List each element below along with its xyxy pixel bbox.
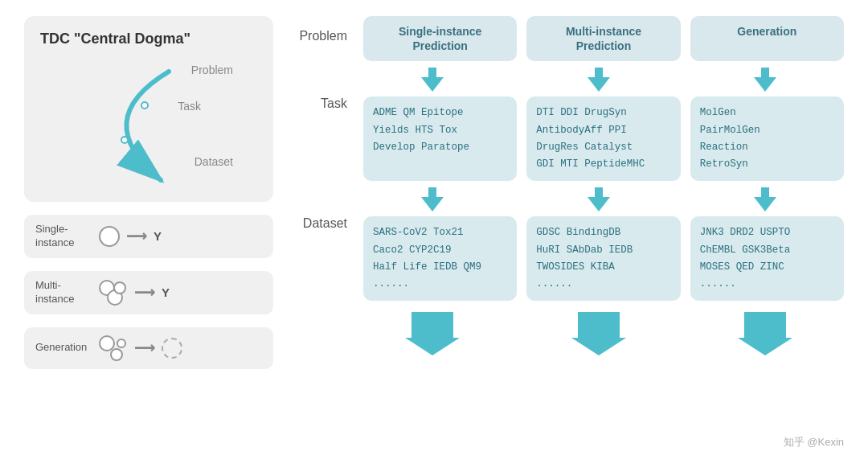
arrow-line-3 <box>761 68 769 77</box>
big-arrow-head-multi <box>571 338 626 355</box>
multi-circle-3 <box>113 281 126 294</box>
svg-point-1 <box>141 102 148 109</box>
big-arrow-single <box>354 312 510 355</box>
arrow-head-6 <box>754 197 776 211</box>
gen-circle-2 <box>110 348 123 361</box>
col-header-single: Single-instancePrediction <box>363 16 517 61</box>
arrow-line-5 <box>595 187 603 197</box>
task-text-single: ADME QM EpitopeYields HTS ToxDevelop Par… <box>373 105 507 156</box>
task-text-multi: DTI DDI DrugSynAntibodyAff PPIDrugRes Ca… <box>536 105 670 173</box>
big-arrow-body-generation <box>744 312 786 338</box>
arrow-head-4 <box>421 197 444 211</box>
dataset-cell-generation: JNK3 DRD2 USPTOChEMBL GSK3BetaMOSES QED … <box>690 216 844 301</box>
connector-arrow-6 <box>687 187 844 211</box>
dataset-cell-single: SARS-CoV2 Tox21Caco2 CYP2C19Half Life IE… <box>363 216 517 301</box>
arrow-wrap-1 <box>421 68 444 92</box>
header-cells: Single-instancePrediction Multi-instance… <box>363 16 844 61</box>
generation-diagram: ⟶ <box>99 335 262 361</box>
watermark: 知乎 @Kexin <box>784 435 844 450</box>
multi-instance-label: Multi-instance <box>35 279 88 306</box>
problem-row-label: Problem <box>299 29 347 43</box>
multi-arrow: ⟶ <box>134 284 155 302</box>
generation-arrow: ⟶ <box>134 339 155 357</box>
arrow-head-5 <box>588 197 610 211</box>
dogma-title: TDC "Central Dogma" <box>40 31 257 47</box>
big-arrow-body-single <box>411 312 453 338</box>
single-y-label: Y <box>154 229 162 243</box>
generation-row: Generation ⟶ <box>24 327 273 369</box>
single-instance-row: Single-instance ⟶ Y <box>24 215 273 258</box>
connector-arrow-1 <box>354 68 510 92</box>
arrow-wrap-4 <box>421 187 444 211</box>
connector-row-2 <box>297 187 844 211</box>
dataset-text-multi: GDSC BindingDBHuRI SAbDab IEDBTWOSIDES K… <box>536 224 670 293</box>
arrow-head-1 <box>421 77 444 92</box>
connector-row-1 <box>297 68 844 92</box>
svg-point-2 <box>121 137 128 143</box>
big-arrow-generation <box>687 312 844 355</box>
multi-instance-diagram: ⟶ Y <box>99 280 262 306</box>
big-arrow-multi <box>520 312 677 355</box>
arrow-wrap-2 <box>588 68 610 92</box>
arrow-head-2 <box>588 77 610 92</box>
big-arrow-head-generation <box>738 338 792 355</box>
task-text-generation: MolGenPairMolGenReactionRetroSyn <box>700 105 834 173</box>
dataset-cell-multi: GDSC BindingDBHuRI SAbDab IEDBTWOSIDES K… <box>526 216 680 301</box>
gen-circle-3 <box>117 339 126 348</box>
task-row-label: Task <box>321 96 347 111</box>
col-header-generation: Generation <box>690 16 844 61</box>
multi-circles <box>99 280 128 306</box>
right-panel: Problem Single-instancePrediction Multi-… <box>297 16 844 448</box>
task-cell-multi: DTI DDI DrugSynAntibodyAff PPIDrugRes Ca… <box>526 96 680 181</box>
big-arrow-body-multi <box>578 312 620 338</box>
arrow-head-3 <box>754 77 776 92</box>
task-cell-single: ADME QM EpitopeYields HTS ToxDevelop Par… <box>363 96 517 181</box>
single-circle <box>99 226 120 247</box>
dataset-row-label: Dataset <box>303 216 347 231</box>
task-cells: ADME QM EpitopeYields HTS ToxDevelop Par… <box>363 96 844 181</box>
dataset-text-generation: JNK3 DRD2 USPTOChEMBL GSK3BetaMOSES QED … <box>700 224 834 293</box>
single-arrow: ⟶ <box>126 228 147 245</box>
multi-y-label: Y <box>162 285 170 299</box>
connector-arrow-3 <box>687 68 844 92</box>
arrow-line-2 <box>595 68 603 77</box>
connector-arrow-5 <box>520 187 677 211</box>
arrow-line-6 <box>761 187 769 197</box>
arrow-line-4 <box>428 187 436 197</box>
single-instance-diagram: ⟶ Y <box>99 226 262 247</box>
arrow-wrap-3 <box>754 68 776 92</box>
col-header-multi: Multi-instancePrediction <box>526 16 680 61</box>
central-dogma-box: TDC "Central Dogma" Problem Task Dataset <box>24 16 273 202</box>
multi-instance-row: Multi-instance ⟶ Y <box>24 271 273 314</box>
dogma-arrow-svg <box>40 55 249 192</box>
arrow-line-1 <box>428 68 436 77</box>
dogma-diagram: Problem Task Dataset <box>40 55 257 184</box>
single-instance-label: Single-instance <box>35 223 88 250</box>
arrow-wrap-6 <box>754 187 776 211</box>
connector-arrow-4 <box>354 187 510 211</box>
big-arrow-head-single <box>405 338 460 355</box>
main-container: TDC "Central Dogma" Problem Task Dataset <box>0 0 868 464</box>
connector-arrow-2 <box>520 68 677 92</box>
gen-dashed-circle <box>162 338 182 359</box>
bottom-arrows-row <box>297 312 844 355</box>
dataset-text-single: SARS-CoV2 Tox21Caco2 CYP2C19Half Life IE… <box>373 224 507 293</box>
task-cell-generation: MolGenPairMolGenReactionRetroSyn <box>690 96 844 181</box>
generation-circles <box>99 335 128 361</box>
generation-label: Generation <box>35 341 88 355</box>
dataset-cells: SARS-CoV2 Tox21Caco2 CYP2C19Half Life IE… <box>363 216 844 301</box>
arrow-wrap-5 <box>588 187 610 211</box>
left-panel: TDC "Central Dogma" Problem Task Dataset <box>24 16 273 448</box>
